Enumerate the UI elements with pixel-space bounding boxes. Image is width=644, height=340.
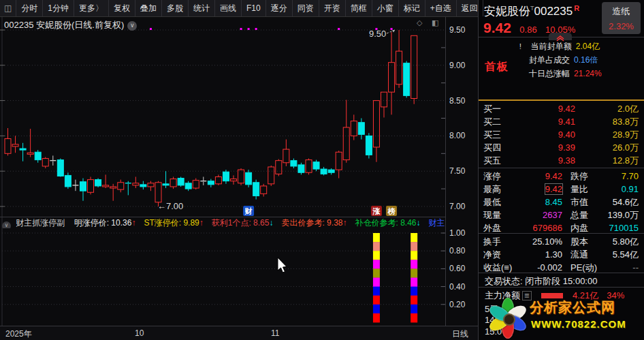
stat-row: 最低8.45市值54.6亿	[479, 196, 644, 208]
indicator-column-segment	[373, 278, 380, 288]
indicator-column-segment	[410, 268, 417, 278]
signal-dot	[240, 28, 242, 30]
stat-row: 换手25.10%股本5.80亿	[479, 235, 644, 248]
svg-text:榜: 榜	[387, 207, 396, 215]
mouse-cursor	[278, 258, 287, 273]
stock-title: 安妮股份T002235R	[484, 3, 579, 19]
diamond-icon[interactable]: ◇	[417, 18, 422, 27]
price-tick-label: 7.50	[449, 166, 465, 176]
watermark-site-url: WWW.70822.COM	[531, 318, 626, 330]
menu-bar: ◫ 分时1分钟更多〉复权叠加多股统计画线F10逐分同资开资简框小窗标记+自选返回	[0, 0, 478, 17]
price-change: 0.86	[519, 25, 536, 35]
menu-item-0[interactable]: 分时	[16, 0, 43, 16]
price-axis: 9.509.008.508.007.507.001.000.800.600.40…	[446, 0, 478, 340]
board-stat-1: 封单占成交0.16倍	[519, 55, 641, 68]
signal-dot	[255, 28, 257, 30]
price-tick-label: 8.00	[449, 131, 465, 140]
board-stat-0: !当前封单额2.04亿	[519, 41, 641, 55]
indicator-column-segment	[410, 313, 417, 323]
svg-text:涨: 涨	[372, 207, 381, 215]
indicator-column-segment	[373, 313, 380, 323]
bid-levels: 买一9.422.0亿买二9.4183.8万买三9.4028.9万买四9.3926…	[479, 102, 644, 167]
signal-dot	[248, 28, 250, 30]
stats-block-a: 涨停9.42跌停7.70最高9.42量比0.91最低8.45市值54.6亿现量2…	[479, 170, 644, 234]
chart-title-row: 002235 安妮股份(日线.前复权)∨	[4, 19, 137, 31]
expand-tab[interactable]	[549, 33, 572, 40]
indicator-stat-4: 补仓价参考: 8.46↓	[355, 218, 420, 228]
price-tick-label: 7.00	[449, 202, 465, 211]
indicator-column-segment	[410, 260, 417, 269]
indicator-column-segment	[373, 296, 380, 305]
double-chevron-up-icon	[554, 35, 566, 42]
indicator-name: 财主抓涨停副	[16, 218, 65, 228]
watermark: 分析家公式网 WWW.70822.COM	[487, 298, 641, 339]
menu-item-1[interactable]: 1分钟	[43, 0, 74, 16]
stats-block-b: 换手25.10%股本5.80亿净资1.30流通5.54亿收益(≡)-0.002P…	[479, 235, 644, 274]
menu-item-6[interactable]: 统计	[189, 0, 215, 16]
menu-item-2[interactable]: 更多〉	[74, 0, 109, 16]
low-price-annotation: ←7.00	[157, 201, 183, 211]
bid-row-5: 买五9.3812.8万	[479, 154, 644, 167]
split-pane-icon[interactable]: ◧	[432, 18, 438, 27]
board-stat-2: 十日总涨幅21.24%	[519, 68, 641, 82]
indicator-stat-1: ST涨停价: 9.89↑	[144, 218, 203, 228]
signal-dot	[391, 28, 393, 30]
indicator-stat-3: 卖出价参考: 9.38↑	[281, 218, 347, 228]
menu-item-3[interactable]: 复权	[109, 0, 135, 16]
svg-text:财: 财	[244, 207, 253, 215]
quote-panel: 安妮股份T002235R 9.42 0.86 10.05% 造纸 2.32% 首…	[479, 0, 644, 340]
price-tick-label: 8.50	[449, 96, 465, 106]
split-screen-icon[interactable]: ◫	[0, 0, 16, 16]
indicator-column-segment	[373, 260, 380, 269]
stock-name: 安妮股份	[484, 5, 530, 18]
trade-status: 交易状态: 闭市阶段 15:00:00	[485, 275, 597, 288]
date-tick-label: 11	[271, 328, 279, 338]
price-tick-label: 9.00	[449, 61, 465, 70]
industry-box[interactable]: 造纸 2.32%	[602, 2, 641, 34]
indicator-column-segment	[410, 296, 417, 305]
indicator-tick-label: 0.40	[449, 282, 465, 292]
indicator-column-segment	[410, 233, 417, 243]
high-price-annotation: 9.50	[369, 29, 386, 39]
menu-item-12[interactable]: 简框	[346, 0, 372, 16]
menu-item-15[interactable]: +自选	[425, 0, 457, 16]
menu-item-11[interactable]: 开资	[319, 0, 346, 16]
stock-code: 002235	[534, 5, 573, 18]
menu-item-5[interactable]: 多股	[162, 0, 189, 16]
bid-row-4: 买四9.3926.0万	[479, 141, 644, 154]
board-status-label: 首板	[485, 60, 509, 74]
menu-item-4[interactable]: 叠加	[135, 0, 162, 16]
date-axis: 2025年1011	[0, 326, 478, 340]
indicator-column-segment	[373, 251, 380, 260]
indicator-stat-2: 获利1个点: 8.65↓	[212, 218, 274, 228]
stat-row: 现量2637总量139.0万	[479, 208, 644, 221]
signal-dot	[338, 28, 340, 30]
menu-item-16[interactable]: 返回	[457, 0, 483, 16]
bid-row-2: 买二9.4183.8万	[479, 115, 644, 128]
indicator-tick-label: 0.80	[449, 246, 465, 256]
indicator-tick-label: 0.60	[449, 264, 465, 273]
menu-item-9[interactable]: 逐分	[266, 0, 293, 16]
indicator-column-segment	[373, 268, 380, 278]
stat-row: 净资1.30流通5.54亿	[479, 248, 644, 261]
app-window: 财涨榜9.50←7.00 ◫ 分时1分钟更多〉复权叠加多股统计画线F10逐分同资…	[0, 0, 644, 340]
indicator-stat-0: 明涨停价: 10.36↑	[74, 218, 136, 228]
signal-dot	[150, 28, 152, 30]
margin-flag: R	[574, 4, 579, 12]
indicator-column-segment	[410, 251, 417, 260]
menu-item-7[interactable]: 画线	[215, 0, 242, 16]
industry-change: 2.32%	[602, 21, 641, 31]
indicator-column-segment	[373, 305, 380, 314]
candlestick-chart[interactable]: 财涨榜9.50←7.00	[0, 0, 478, 340]
last-price: 9.42	[483, 20, 511, 35]
indicator-header: ∨ 财主抓涨停副 明涨停价: 10.36↑ST涨停价: 9.89↑获利1个点: …	[2, 217, 445, 228]
industry-name: 造纸	[602, 5, 641, 18]
menu-item-13[interactable]: 小窗	[372, 0, 399, 16]
menu-item-8[interactable]: F10	[242, 0, 266, 16]
indicator-stat-5: 财主抓涨停	[429, 218, 445, 228]
flower-logo-icon	[487, 298, 528, 339]
chevron-down-icon[interactable]: ∨	[127, 21, 137, 31]
menu-item-10[interactable]: 同资	[293, 0, 319, 16]
collapse-indicator-icon[interactable]: ∨	[2, 221, 11, 228]
menu-item-14[interactable]: 标记	[399, 0, 425, 16]
